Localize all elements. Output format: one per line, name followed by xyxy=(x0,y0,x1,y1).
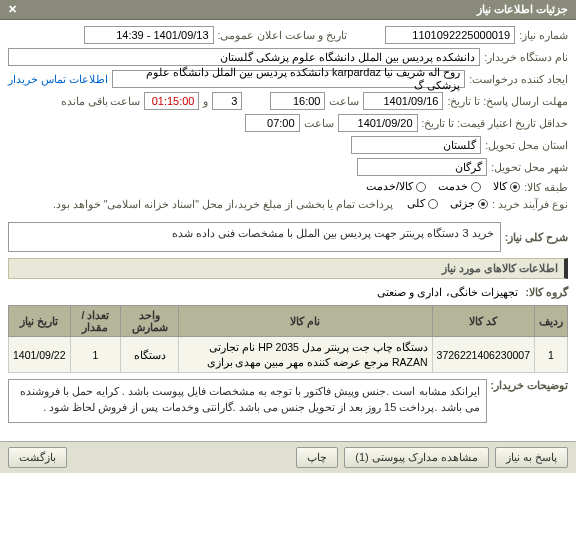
announce-date-field: 1401/09/13 - 14:39 xyxy=(84,26,214,44)
hour-label-2: ساعت xyxy=(304,117,334,129)
province-label: استان محل تحویل: xyxy=(485,139,568,151)
goods-section-bar: اطلاعات کالاهای مورد نیاز xyxy=(8,258,568,279)
group-value: تجهیزات خانگی، اداری و صنعتی xyxy=(8,283,522,301)
resp-deadline-time: 16:00 xyxy=(270,92,325,110)
process-label: نوع فرآیند خرید : xyxy=(492,198,568,210)
cell-name: دستگاه چاپ جت پرینتر مدل HP 2035 نام تجا… xyxy=(178,337,432,373)
resp-deadline-label: مهلت ارسال پاسخ: تا تاریخ: xyxy=(447,95,568,107)
buyer-label: نام دستگاه خریدار: xyxy=(484,51,568,63)
city-field: گرگان xyxy=(357,158,487,176)
announce-date-label: تاریخ و ساعت اعلان عمومی: xyxy=(218,29,348,41)
remain-days: 3 xyxy=(212,92,242,110)
category-radio-group: کالا خدمت کالا/خدمت xyxy=(366,180,520,193)
proc-partial-label: جزئی xyxy=(450,197,475,210)
city-label: شهر محل تحویل: xyxy=(491,161,568,173)
price-deadline-label: حداقل تاریخ اعتبار قیمت: تا تاریخ: xyxy=(422,117,568,129)
notes-label: توضیحات خریدار: xyxy=(491,379,568,391)
table-row[interactable]: 1 3726221406230007 دستگاه چاپ جت پرینتر … xyxy=(9,337,568,373)
th-qty: تعداد / مقدار xyxy=(70,306,121,337)
proc-partial-option[interactable]: جزئی xyxy=(450,197,488,210)
group-label: گروه کالا: xyxy=(526,286,568,298)
attachments-button[interactable]: مشاهده مدارک پیوستی (1) xyxy=(344,447,489,468)
remain-label: ساعت باقی مانده xyxy=(61,95,141,107)
remain-time: 01:15:00 xyxy=(144,92,199,110)
window-header: جزئیات اطلاعات نیاز ✕ xyxy=(0,0,576,20)
table-header-row: ردیف کد کالا نام کالا واحد شمارش تعداد /… xyxy=(9,306,568,337)
footer-bar: پاسخ به نیاز مشاهده مدارک پیوستی (1) چاپ… xyxy=(0,441,576,473)
th-code: کد کالا xyxy=(432,306,534,337)
window-title: جزئیات اطلاعات نیاز xyxy=(477,3,568,16)
th-row: ردیف xyxy=(535,306,568,337)
th-name: نام کالا xyxy=(178,306,432,337)
price-deadline-date: 1401/09/20 xyxy=(338,114,418,132)
cat-goods-service-label: کالا/خدمت xyxy=(366,180,413,193)
creator-field: روح اله شریف نیا karpardaz دانشکده پردیس… xyxy=(112,70,465,88)
back-button[interactable]: بازگشت xyxy=(8,447,67,468)
proc-full-label: کلی xyxy=(407,197,425,210)
need-desc-box: خرید 3 دستگاه پرینتر جهت پردیس بین الملل… xyxy=(8,222,501,252)
need-no-field: 1101092225000019 xyxy=(385,26,515,44)
need-desc-label: شرح کلی نیاز: xyxy=(505,231,568,243)
reply-button[interactable]: پاسخ به نیاز xyxy=(495,447,568,468)
radio-icon xyxy=(416,182,426,192)
cell-idx: 1 xyxy=(535,337,568,373)
cat-goods-service-option[interactable]: کالا/خدمت xyxy=(366,180,426,193)
cat-goods-option[interactable]: کالا xyxy=(493,180,520,193)
cell-unit: دستگاه xyxy=(121,337,178,373)
print-button[interactable]: چاپ xyxy=(296,447,338,468)
process-radio-group: جزئی کلی xyxy=(407,197,488,210)
cat-service-label: خدمت xyxy=(438,180,468,193)
radio-icon xyxy=(510,182,520,192)
hour-label-1: ساعت xyxy=(329,95,359,107)
resp-deadline-date: 1401/09/16 xyxy=(363,92,443,110)
cat-goods-label: کالا xyxy=(493,180,507,193)
province-field: گلستان xyxy=(351,136,481,154)
proc-note: پرداخت تمام یا بخشی از مبلغ خرید،از محل … xyxy=(53,198,393,210)
th-date: تاریخ نیاز xyxy=(9,306,71,337)
th-unit: واحد شمارش xyxy=(121,306,178,337)
cell-qty: 1 xyxy=(70,337,121,373)
radio-icon xyxy=(471,182,481,192)
buyer-field: دانشکده پردیس بین الملل دانشگاه علوم پزش… xyxy=(8,48,480,66)
contact-link[interactable]: اطلاعات تماس خریدار xyxy=(8,73,108,85)
creator-label: ایجاد کننده درخواست: xyxy=(469,73,568,85)
radio-icon xyxy=(428,199,438,209)
need-no-label: شماره نیاز: xyxy=(519,29,568,41)
cat-service-option[interactable]: خدمت xyxy=(438,180,481,193)
close-icon[interactable]: ✕ xyxy=(8,3,17,16)
goods-table: ردیف کد کالا نام کالا واحد شمارش تعداد /… xyxy=(8,305,568,373)
form-area: شماره نیاز: 1101092225000019 تاریخ و ساع… xyxy=(0,20,576,433)
proc-full-option[interactable]: کلی xyxy=(407,197,438,210)
notes-box: ایرانکد مشابه است .جنس وپیش فاکتور با تو… xyxy=(8,379,487,423)
price-deadline-time: 07:00 xyxy=(245,114,300,132)
cell-date: 1401/09/22 xyxy=(9,337,71,373)
remain-and: و xyxy=(203,95,208,107)
category-label: طبقه کالا: xyxy=(524,181,568,193)
cell-code: 3726221406230007 xyxy=(432,337,534,373)
radio-icon xyxy=(478,199,488,209)
